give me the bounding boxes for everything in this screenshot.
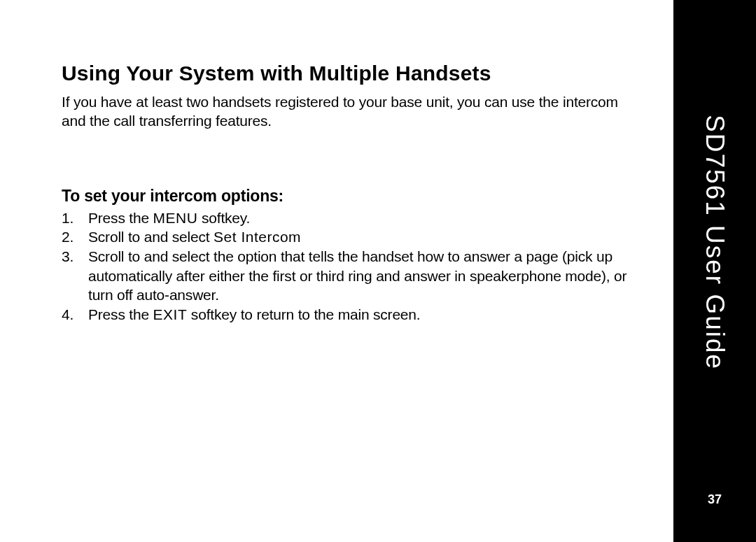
step-text-pre: Scroll to and select	[88, 229, 214, 245]
sidebar: SD7561 User Guide 37	[673, 0, 756, 542]
step-text-pre: Press the	[88, 306, 153, 322]
step-number: 1.	[62, 208, 74, 228]
step-number: 3.	[62, 247, 74, 266]
sub-title: To set your intercom options:	[62, 187, 644, 206]
page-content: Using Your System with Multiple Handsets…	[0, 0, 644, 325]
step-text-post: softkey.	[197, 210, 250, 226]
section-title: Using Your System with Multiple Handsets	[62, 62, 644, 85]
steps-list: 1. Press the MENU softkey. 2. Scroll to …	[62, 208, 644, 325]
step-item-4: 4. Press the EXIT softkey to return to t…	[88, 305, 644, 325]
page-number: 37	[708, 492, 722, 507]
step-key: MENU	[153, 210, 198, 226]
step-text-post: softkey to return to the main screen.	[187, 306, 420, 322]
step-key: EXIT	[153, 306, 188, 322]
step-number: 2.	[62, 227, 74, 247]
step-item-3: 3. Scroll to and select the option that …	[88, 247, 644, 305]
step-item-2: 2. Scroll to and select Set Intercom	[88, 227, 644, 247]
intro-text: If you have at least two handsets regist…	[62, 92, 644, 131]
step-number: 4.	[62, 305, 74, 325]
step-text-pre: Scroll to and select the option that tel…	[88, 248, 626, 303]
step-key: Set Intercom	[214, 229, 301, 245]
step-text-pre: Press the	[88, 210, 153, 226]
step-item-1: 1. Press the MENU softkey.	[88, 208, 644, 228]
sidebar-title: SD7561 User Guide	[700, 115, 729, 370]
